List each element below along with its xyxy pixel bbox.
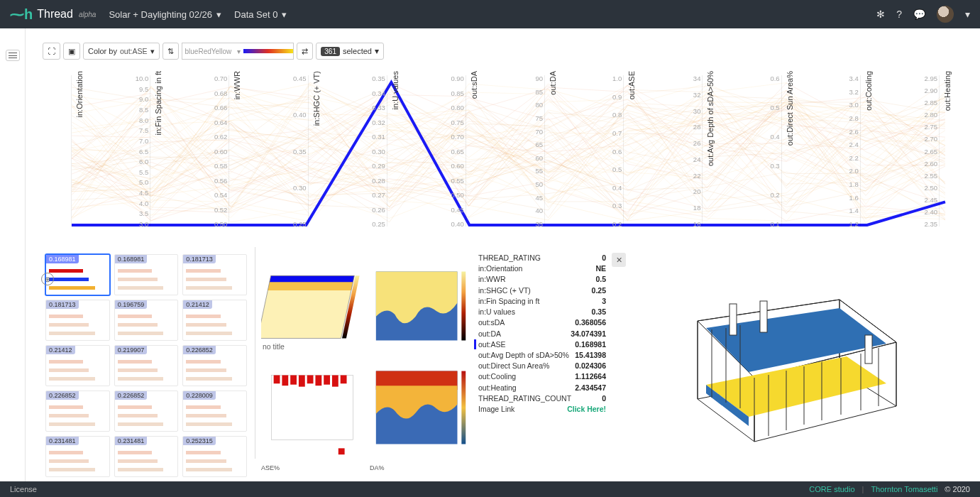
pc-axis[interactable]: out:DA908580757065605550454035 — [544, 68, 545, 234]
fullscreen-button[interactable]: ⛶ — [43, 43, 60, 60]
colorby-dropdown[interactable]: Color by out:ASE ▾ — [83, 43, 160, 60]
pc-tick: 0.34 — [364, 90, 385, 97]
chevron-down-icon: ▾ — [150, 47, 155, 56]
result-thumbnail[interactable]: 0.226852 — [114, 390, 179, 432]
detail-key: in:Orientation — [478, 263, 595, 274]
detail-key: in:SHGC (+ VT) — [478, 285, 592, 296]
sda-heatmap — [261, 253, 365, 359]
pc-axis[interactable]: out:sDA0.900.850.800.750.700.650.600.550… — [466, 68, 466, 234]
detail-value: 2.434547 — [575, 383, 606, 393]
snowflake-icon[interactable]: ✻ — [876, 9, 885, 20]
pc-axis[interactable]: in:SHGC (+ VT)0.450.400.350.300.25 — [308, 68, 309, 234]
3d-viewer[interactable] — [610, 253, 969, 474]
result-thumbnail[interactable]: 0.252315 — [182, 436, 247, 477]
dataset-name: Data Set 0 — [234, 9, 277, 20]
swap-axes-button[interactable]: ⇄ — [297, 43, 313, 60]
parallel-coords-chart[interactable]: in:Orientationin:Fin Spacing in ft10.09.… — [43, 67, 967, 234]
result-thumbnail[interactable]: 0.21412 — [182, 300, 247, 341]
selected-count-dropdown[interactable]: 361 selected ▾ — [316, 43, 384, 60]
result-thumbnail[interactable]: 0.168981 — [45, 254, 110, 295]
result-thumbnail[interactable]: 0.219907 — [114, 345, 179, 386]
chevron-down-icon: ▾ — [375, 46, 379, 56]
result-thumbnail[interactable]: 0.21412 — [45, 345, 110, 386]
svg-rect-39 — [730, 304, 737, 335]
chat-icon[interactable]: 💬 — [913, 9, 925, 20]
help-icon[interactable]: ? — [896, 9, 902, 20]
pc-tick: 65 — [522, 141, 543, 148]
detail-value: NE — [595, 263, 606, 274]
close-details-button[interactable]: ✕ — [612, 253, 626, 267]
pc-axis[interactable]: out:ASE1.00.90.80.70.60.50.40.30.2 — [623, 68, 624, 234]
result-thumbnail[interactable]: 0.196759 — [114, 300, 179, 341]
pc-tick: 32 — [679, 92, 700, 99]
result-thumbnail[interactable]: 0.226852 — [45, 390, 110, 432]
detail-link[interactable]: Click Here! — [567, 404, 606, 415]
result-thumbnail[interactable]: 0.228009 — [182, 390, 247, 432]
chevron-down-icon[interactable]: ▾ — [965, 9, 970, 20]
pc-tick: 2.95 — [916, 75, 937, 82]
pc-axis[interactable]: out:Heating2.952.902.852.802.752.702.652… — [939, 68, 940, 234]
pc-tick: 0.3 — [600, 202, 622, 209]
pc-axis-label: in:Fin Spacing in ft — [154, 71, 163, 136]
pc-axis-label: out:Avg Depth of sDA>50% — [706, 71, 715, 166]
thumb-value: 0.252315 — [183, 437, 216, 445]
pc-tick: 0.40 — [443, 221, 464, 228]
pc-tick: 7.0 — [127, 138, 148, 145]
pan-icon[interactable]: ⊕ — [41, 273, 54, 285]
detail-row: out:sDA0.368056 — [478, 317, 606, 328]
result-thumbnail[interactable]: 0.181713 — [45, 300, 110, 341]
pc-tick: 0.90 — [443, 75, 464, 82]
pc-tick: 0.54 — [206, 192, 227, 199]
detail-row: in:OrientationNE — [478, 263, 606, 274]
sort-button[interactable]: ⇅ — [163, 43, 179, 60]
detail-key: in:Fin Spacing in ft — [478, 296, 602, 307]
svg-rect-17 — [338, 448, 345, 454]
pc-axis[interactable]: in:U values0.350.340.330.320.310.300.290… — [387, 68, 387, 234]
pc-axis[interactable]: out:Direct Sun Area%0.60.50.40.30.20.1 — [781, 68, 782, 234]
studio-link[interactable]: CORE studio — [809, 485, 854, 493]
pc-tick: 0.50 — [206, 221, 227, 228]
svg-rect-8 — [274, 375, 280, 383]
dataset-dropdown[interactable]: Data Set 0▾ — [234, 9, 287, 20]
pc-tick: 24 — [679, 156, 700, 163]
detail-key: out:Avg Depth of sDA>50% — [478, 350, 575, 361]
thumb-value: 0.21412 — [46, 346, 75, 354]
result-thumbnail[interactable]: 0.181713 — [182, 254, 247, 295]
tt-link[interactable]: Thornton Tomasetti — [871, 485, 937, 493]
pc-tick: 0.56 — [206, 178, 227, 185]
result-thumbnail[interactable]: 0.168981 — [114, 254, 179, 295]
result-thumbnail[interactable]: 0.231481 — [114, 436, 179, 477]
hamburger-button[interactable] — [6, 50, 20, 61]
gradient-dropdown[interactable]: blueRedYellow▾ — [182, 43, 294, 60]
pc-tick: 0.45 — [285, 75, 307, 82]
pc-axis[interactable]: in:Fin Spacing in ft10.09.59.08.58.07.57… — [150, 68, 150, 234]
pc-tick: 18 — [679, 204, 700, 212]
avatar[interactable] — [937, 6, 954, 23]
pc-tick: 0.50 — [443, 192, 464, 199]
pc-tick: 70 — [522, 129, 543, 136]
pc-tick: 0.80 — [443, 104, 464, 111]
layout-button[interactable]: ▣ — [63, 43, 80, 60]
pc-tick: 22 — [679, 173, 700, 180]
panel-divider[interactable] — [253, 247, 258, 480]
project-dropdown[interactable]: Solar + Daylighting 02/26▾ — [109, 9, 221, 20]
result-thumbnail[interactable]: 0.231481 — [45, 436, 110, 477]
svg-rect-2 — [270, 275, 354, 282]
pc-axis[interactable]: in:Orientation — [71, 68, 72, 234]
pc-tick: 0.52 — [206, 207, 227, 214]
pc-axis[interactable]: in:WWR0.700.680.660.640.620.600.580.560.… — [229, 68, 229, 234]
pc-axis[interactable]: out:Avg Depth of sDA>50%3432302826242220… — [702, 68, 703, 234]
pc-axis-label: out:sDA — [470, 71, 478, 99]
license-link[interactable]: License — [10, 485, 37, 493]
detail-key: out:sDA — [478, 317, 575, 328]
pc-tick: 2.35 — [916, 221, 937, 228]
copyright: © 2020 — [945, 485, 970, 493]
gradient-bar-icon — [243, 49, 293, 53]
pc-tick: 4.5 — [127, 190, 148, 197]
detail-row: in:SHGC (+ VT)0.25 — [478, 285, 606, 296]
pc-tick: 30 — [679, 108, 700, 115]
result-thumbnail[interactable]: 0.226852 — [182, 345, 247, 386]
pc-tick: 3.2 — [837, 89, 859, 96]
pc-axis[interactable]: out:Cooling3.43.23.02.82.62.42.22.01.81.… — [860, 68, 861, 234]
chevron-down-icon: ▾ — [216, 9, 221, 20]
